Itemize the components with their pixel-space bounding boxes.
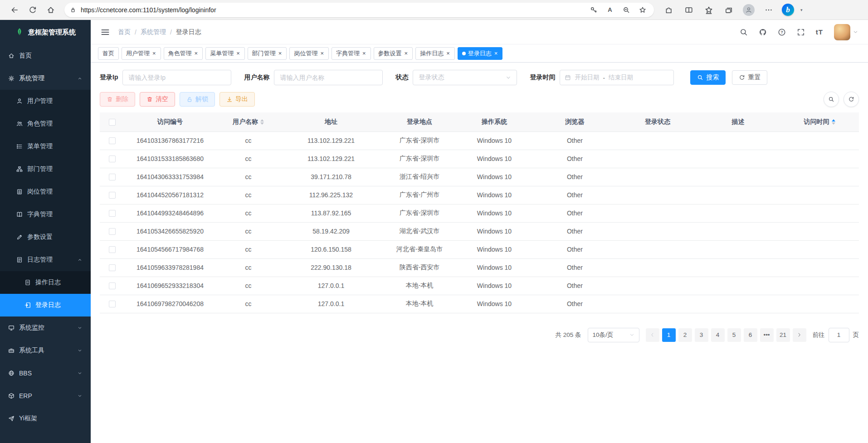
table-row[interactable]: 1641069798270046208cc127.0.0.1本地-本机 Wind… <box>100 295 859 313</box>
sidebar-item-yi-framework[interactable]: Yi框架 <box>0 407 91 430</box>
close-icon[interactable]: × <box>494 50 498 57</box>
row-checkbox[interactable] <box>109 137 116 144</box>
close-icon[interactable]: × <box>194 50 199 57</box>
tab-menu-mgmt[interactable]: 菜单管理× <box>205 47 245 60</box>
tab-login-log[interactable]: 登录日志× <box>458 47 503 60</box>
row-checkbox[interactable] <box>109 301 116 307</box>
breadcrumb-system-mgmt[interactable]: 系统管理 <box>141 28 166 36</box>
close-icon[interactable]: × <box>404 50 409 57</box>
delete-button[interactable]: 删除 <box>100 92 135 107</box>
table-row[interactable]: 1641044993248464896cc113.87.92.165广东省-深圳… <box>100 204 859 222</box>
row-checkbox[interactable] <box>109 264 116 271</box>
tab-post-mgmt[interactable]: 岗位管理× <box>289 47 329 60</box>
page-button[interactable]: 1 <box>662 328 676 342</box>
login-ip-input[interactable] <box>122 70 231 85</box>
tab-param-settings[interactable]: 参数设置× <box>374 47 413 60</box>
tab-role-mgmt[interactable]: 角色管理× <box>164 47 203 60</box>
close-icon[interactable]: × <box>362 50 366 57</box>
split-screen-icon[interactable] <box>682 3 696 17</box>
next-page-button[interactable] <box>793 328 806 342</box>
avatar[interactable] <box>834 24 850 40</box>
row-checkbox[interactable] <box>109 174 116 180</box>
table-row[interactable]: 1641044520567181312cc112.96.225.132广东省-广… <box>100 186 859 204</box>
browser-home-button[interactable] <box>43 2 59 18</box>
select-all-checkbox[interactable] <box>109 119 116 126</box>
status-select[interactable]: 登录状态 <box>413 70 517 85</box>
row-checkbox[interactable] <box>109 210 116 217</box>
sidebar-item-menu-mgmt[interactable]: 菜单管理 <box>0 135 91 158</box>
sidebar-item-home[interactable]: 首页 <box>0 44 91 67</box>
search-button[interactable]: 搜索 <box>690 70 726 85</box>
row-checkbox[interactable] <box>109 282 116 289</box>
sidebar-item-log-mgmt[interactable]: 日志管理 <box>0 248 91 271</box>
search-icon[interactable] <box>740 28 748 36</box>
user-name-input[interactable] <box>274 70 383 85</box>
page-size-select[interactable]: 10条/页 <box>588 328 639 342</box>
table-row[interactable]: 1641053426655825920cc58.19.42.209湖北省-武汉市… <box>100 222 859 240</box>
sidebar-item-post-mgmt[interactable]: 岗位管理 <box>0 180 91 203</box>
breadcrumb-home[interactable]: 首页 <box>118 28 131 36</box>
key-icon[interactable] <box>588 4 600 16</box>
sidebar-item-system-mgmt[interactable]: 系统管理 <box>0 67 91 90</box>
favorites-icon[interactable] <box>702 3 716 17</box>
column-user-name[interactable]: 用户名称 <box>215 112 281 131</box>
sidebar-item-param-settings[interactable]: 参数设置 <box>0 226 91 248</box>
github-icon[interactable] <box>759 28 767 36</box>
sidebar-item-login-log[interactable]: 登录日志 <box>0 294 91 316</box>
sidebar-item-dict-mgmt[interactable]: 字典管理 <box>0 203 91 226</box>
sort-icon[interactable] <box>260 119 264 125</box>
page-button[interactable]: 2 <box>678 328 692 342</box>
sidebar-item-dept-mgmt[interactable]: 部门管理 <box>0 158 91 180</box>
close-icon[interactable]: × <box>446 50 450 57</box>
export-button[interactable]: 导出 <box>219 92 255 107</box>
table-row[interactable]: 1641031367863177216cc113.102.129.221广东省-… <box>100 131 859 150</box>
sidebar-item-erp[interactable]: ERP <box>0 385 91 407</box>
page-button[interactable]: 4 <box>711 328 725 342</box>
clear-button[interactable]: 清空 <box>140 92 175 107</box>
table-row[interactable]: 1641031533185863680cc113.102.129.221广东省-… <box>100 150 859 168</box>
address-bar[interactable]: https://ccnetcore.com:1101/system/log/lo… <box>64 3 654 17</box>
hamburger-icon[interactable] <box>101 28 110 37</box>
sidebar-item-system-tools[interactable]: 系统工具 <box>0 339 91 362</box>
table-row[interactable]: 1641043063331753984cc39.171.210.78浙江省-绍兴… <box>100 168 859 186</box>
row-checkbox[interactable] <box>109 246 116 253</box>
show-search-button[interactable] <box>824 92 839 107</box>
table-row[interactable]: 1641069652933218304cc127.0.0.1本地-本机 Wind… <box>100 277 859 295</box>
collections-icon[interactable] <box>722 3 736 17</box>
chevron-down-icon[interactable]: ▾ <box>800 8 803 12</box>
tab-operation-log[interactable]: 操作日志× <box>415 47 455 60</box>
goto-page-input[interactable] <box>829 328 849 342</box>
prev-page-button[interactable] <box>646 328 659 342</box>
sidebar-item-bbs[interactable]: BBS <box>0 362 91 385</box>
row-checkbox[interactable] <box>109 156 116 162</box>
close-icon[interactable]: × <box>320 50 324 57</box>
chevron-down-icon[interactable] <box>853 29 858 34</box>
tab-user-mgmt[interactable]: 用户管理× <box>122 47 161 60</box>
extensions-icon[interactable] <box>662 3 676 17</box>
close-icon[interactable]: × <box>278 50 283 57</box>
refresh-table-button[interactable] <box>844 92 859 107</box>
row-checkbox[interactable] <box>109 228 116 235</box>
reset-button[interactable]: 重置 <box>732 70 767 85</box>
copilot-icon[interactable]: b <box>782 4 794 16</box>
browser-refresh-button[interactable] <box>24 2 41 18</box>
fullscreen-icon[interactable] <box>797 28 805 36</box>
sidebar-item-operation-log[interactable]: 操作日志 <box>0 271 91 294</box>
app-logo[interactable]: 意框架管理系统 <box>0 20 91 44</box>
page-button[interactable]: 3 <box>695 328 708 342</box>
more-icon[interactable] <box>762 3 775 17</box>
column-visit-time[interactable]: 访问时间 <box>780 112 859 131</box>
help-icon[interactable]: ? <box>778 28 786 36</box>
profile-icon[interactable] <box>742 3 756 17</box>
table-row[interactable]: 1641054566717984768cc120.6.150.158河北省-秦皇… <box>100 240 859 258</box>
zoom-icon[interactable] <box>620 4 632 16</box>
unlock-button[interactable]: 解锁 <box>180 92 215 107</box>
login-time-range-picker[interactable]: 开始日期 - 结束日期 <box>560 70 674 85</box>
browser-back-button[interactable] <box>6 2 23 18</box>
url-text[interactable]: https://ccnetcore.com:1101/system/log/lo… <box>81 6 583 14</box>
tab-dict-mgmt[interactable]: 字典管理× <box>332 47 371 60</box>
page-button[interactable]: 5 <box>727 328 741 342</box>
favorite-add-icon[interactable] <box>637 4 649 16</box>
close-icon[interactable]: × <box>236 50 240 57</box>
page-button[interactable]: 6 <box>744 328 757 342</box>
